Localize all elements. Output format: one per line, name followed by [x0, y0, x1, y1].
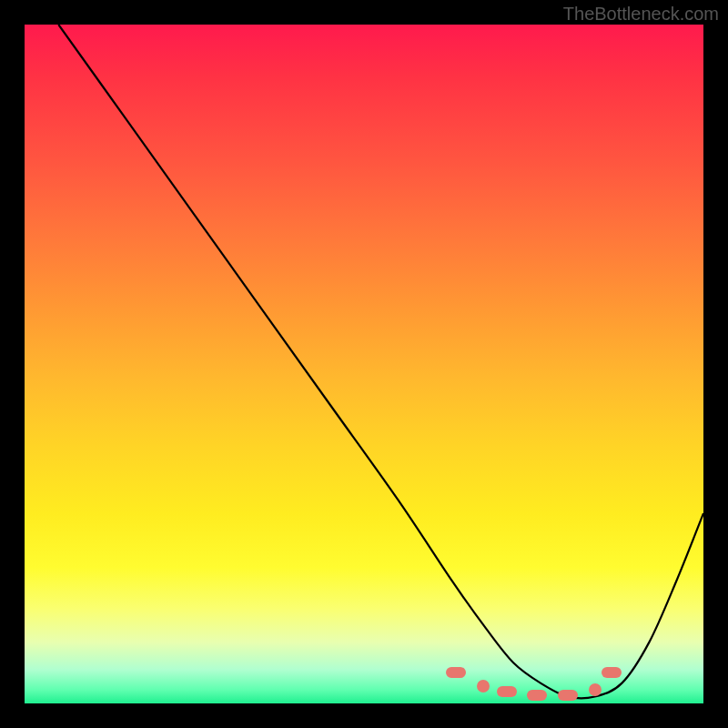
data-marker: [589, 683, 602, 696]
data-marker: [602, 667, 622, 678]
watermark-text: TheBottleneck.com: [563, 4, 719, 25]
plot-area: [25, 25, 703, 703]
data-marker: [497, 686, 517, 697]
data-marker: [527, 690, 547, 701]
data-marker: [558, 690, 578, 701]
marker-layer: [25, 25, 703, 703]
data-marker: [477, 680, 490, 693]
data-marker: [446, 667, 466, 678]
